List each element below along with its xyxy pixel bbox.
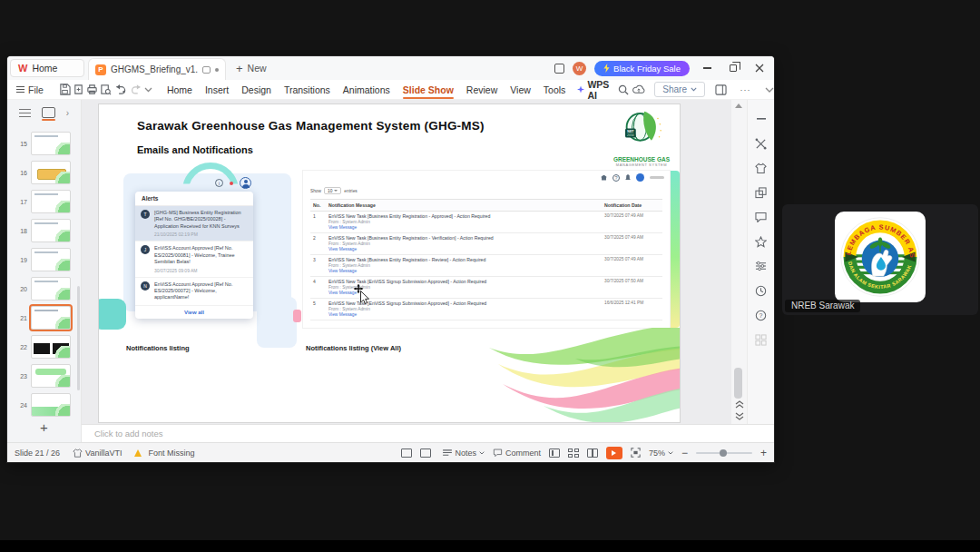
device-switch-icon[interactable] [554,64,564,74]
slide-thumbnail[interactable]: 23 [7,363,81,389]
print-button[interactable] [86,82,98,97]
ribbon-menu-item[interactable]: Home [161,82,199,98]
slide-thumbnail-image[interactable] [31,364,71,388]
zoom-level[interactable]: 75% [649,448,673,458]
notes-toggle-button[interactable]: Notes [443,448,485,458]
shapes-icon[interactable] [755,186,768,199]
font-missing-warning[interactable]: Font Missing [134,448,194,458]
slide-thumbnail[interactable]: 15 [7,131,81,156]
panel-scrollbar[interactable] [77,286,80,390]
zoom-slider[interactable] [696,452,752,454]
alert-item[interactable]: N EnViSS Account Approved [Ref No. ES/20… [135,278,253,306]
add-slide-button[interactable]: + [7,419,81,435]
slide-thumbnail-image[interactable] [31,190,71,213]
zoom-out-button[interactable]: − [681,447,688,459]
collapse-sidebar-icon[interactable] [755,113,768,125]
slide-thumbnail-image[interactable] [31,132,71,155]
settings-sliders-icon[interactable] [755,260,768,272]
slide-thumbnail[interactable]: 16 [7,160,81,185]
help-icon[interactable]: ? [755,309,768,321]
slide-thumbnail-image[interactable] [31,219,71,242]
black-friday-sale-button[interactable]: Black Friday Sale [594,61,690,76]
toolbar-chevron-icon[interactable] [144,82,152,97]
view-message-link[interactable]: View Message [328,312,604,317]
slide-thumbnail-image[interactable] [31,161,71,184]
participant-video-tile[interactable]: LEMBAGA SUMBER ASLI DAN ALAM SEKITAR SAR… [782,204,978,315]
ribbon-menu-item[interactable]: Design [235,82,278,98]
caption-notifications-listing-view-all: Notifications listing (View All) [306,344,401,352]
slide-21[interactable]: Sarawak Greenhouse Gas Management System… [98,104,681,423]
ribbon-menu-item[interactable]: Insert [199,82,235,98]
search-icon[interactable] [618,82,629,97]
alert-item[interactable]: J EnViSS Account Approved [Ref No. ES/20… [135,242,253,277]
design-theme-icon[interactable] [755,162,768,174]
slides-view-icon[interactable] [42,107,55,118]
export-pdf-button[interactable] [73,82,84,97]
outline-view-icon[interactable] [19,108,31,118]
canvas-scrollbar[interactable] [731,100,747,424]
favorites-star-icon[interactable] [755,235,768,248]
scrollbar-thumb[interactable] [734,368,742,399]
new-tab-button[interactable]: + New [236,60,267,76]
undo-button[interactable] [113,82,128,97]
document-tab[interactable]: P GHGMS_Briefing_v1.pptx [88,58,226,80]
view-message-link[interactable]: View Message [328,225,604,230]
ribbon-menu-item[interactable]: Transitions [278,82,337,98]
minimize-button[interactable] [698,60,716,76]
notes-area[interactable]: Click to add notes [82,424,774,442]
reading-view-button[interactable] [587,448,598,458]
next-slide-button[interactable] [735,412,744,420]
ribbon-menu-item[interactable]: Tools [537,82,573,98]
slide-thumbnail[interactable]: 17 [7,189,81,214]
zoom-in-button[interactable]: + [760,447,767,459]
present-display-icon[interactable] [420,448,431,458]
home-tab[interactable]: W Home [10,59,84,77]
theme-button[interactable]: VanillaVTI [73,448,122,458]
slide-thumbnail-image[interactable] [31,277,71,301]
view-message-link[interactable]: View Message [328,269,604,273]
slideshow-play-button[interactable] [606,447,622,459]
slide-sorter-view-button[interactable] [568,448,579,458]
wps-ai-button[interactable]: WPS AI [572,79,617,101]
ribbon-menu-item[interactable]: Slide Show [397,82,460,98]
slide-thumbnail[interactable]: 21 [7,305,81,330]
print-preview-button[interactable] [100,82,112,97]
view-message-link[interactable]: View Message [328,247,604,251]
restore-button[interactable] [724,60,742,76]
normal-view-button[interactable] [549,448,560,458]
slide-thumbnail-image[interactable] [31,335,71,359]
more-options-icon[interactable]: ··· [738,82,753,97]
previous-slide-button[interactable] [735,400,744,409]
slide-thumbnail-image[interactable] [31,393,71,417]
account-avatar[interactable]: W [573,62,586,75]
comment-panel-icon[interactable] [755,211,768,223]
view-message-link[interactable]: View Message [328,291,604,295]
slide-thumbnail[interactable]: 20 [7,276,81,301]
fit-slide-icon[interactable] [631,448,641,458]
close-button[interactable] [750,60,769,76]
history-clock-icon[interactable] [755,284,768,297]
zoom-slider-knob[interactable] [720,449,727,457]
wps-logo-icon: W [18,63,27,74]
slide-thumbnail-image[interactable] [31,248,71,271]
panel-expand-icon[interactable]: › [66,108,69,118]
slide-thumbnail[interactable]: 19 [7,247,81,272]
slide-timer-icon[interactable] [401,448,412,458]
share-button[interactable]: Share [654,82,705,97]
tools-icon[interactable] [755,137,768,150]
file-menu-button[interactable]: File [7,84,51,95]
comment-button[interactable]: Comment [493,448,541,458]
ribbon-menu-item[interactable]: View [504,82,537,98]
slide-thumbnail[interactable]: 22 [7,334,81,360]
redo-button[interactable] [130,82,142,97]
slide-thumbnail[interactable]: 18 [7,218,81,243]
task-pane-icon[interactable] [713,82,729,97]
slide-thumbnail-image[interactable] [31,306,71,330]
cloud-upload-icon[interactable] [631,82,646,97]
ribbon-menu-item[interactable]: Review [460,82,504,98]
collapse-ribbon-icon[interactable] [762,82,778,97]
save-button[interactable] [59,82,71,97]
ribbon-menu-item[interactable]: Animations [337,82,397,98]
alert-item[interactable]: T [GHG-MS] Business Entity Registration … [135,206,253,242]
slide-thumbnail[interactable]: 24 [7,392,81,418]
